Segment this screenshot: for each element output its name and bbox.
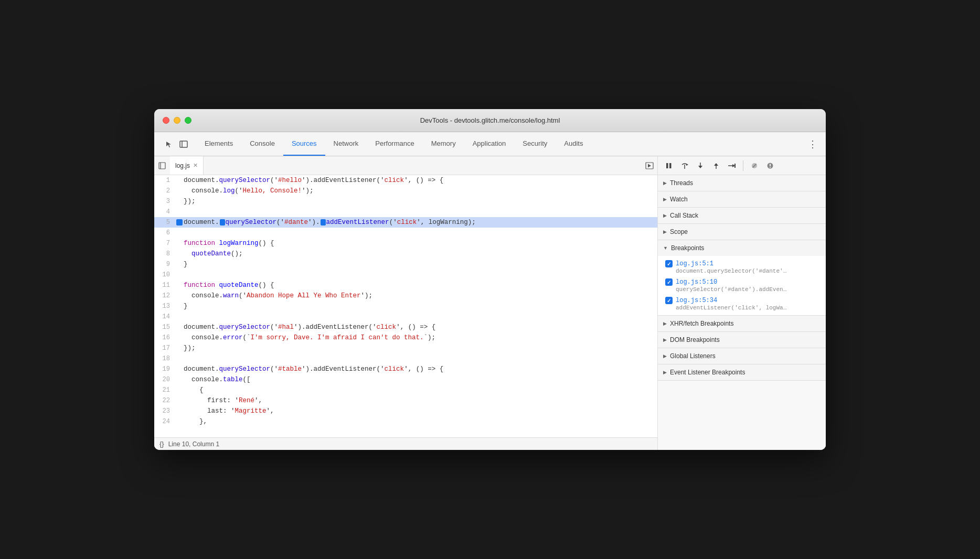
watch-chevron: ▶ <box>663 197 667 202</box>
breakpoint-checkbox-1[interactable] <box>665 260 673 267</box>
code-line-15: 15 document.querySelector('#hal').addEve… <box>154 322 657 332</box>
xhr-fetch-section: ▶ XHR/fetch Breakpoints <box>658 316 826 332</box>
tabs-more-button[interactable]: ⋮ <box>804 132 822 156</box>
run-snippets-icon[interactable] <box>644 160 655 171</box>
code-line-8: 8 quoteDante(); <box>154 249 657 259</box>
source-nav-icon[interactable] <box>156 160 168 171</box>
call-stack-header[interactable]: ▶ Call Stack <box>658 208 826 223</box>
source-file-tab[interactable]: log.js ✕ <box>170 156 204 175</box>
global-chevron: ▶ <box>663 353 667 359</box>
threads-header[interactable]: ▶ Threads <box>658 175 826 191</box>
tab-security[interactable]: Security <box>514 132 556 156</box>
event-chevron: ▶ <box>663 370 667 375</box>
window-controls <box>163 117 191 124</box>
svg-rect-7 <box>669 163 672 168</box>
svg-rect-0 <box>180 141 187 147</box>
tab-console[interactable]: Console <box>241 132 283 156</box>
dock-icon[interactable] <box>177 138 190 150</box>
title-bar: DevTools - devtools.glitch.me/console/lo… <box>154 109 826 132</box>
watch-header[interactable]: ▶ Watch <box>658 191 826 207</box>
step-into-button[interactable] <box>694 159 707 173</box>
code-line-14: 14 <box>154 311 657 322</box>
code-line-20: 20 console.table([ <box>154 374 657 385</box>
breakpoint-item-2: log.js:5:10 querySelector('#dante').addE… <box>658 276 826 295</box>
code-line-16: 16 console.error(`I'm sorry, Dave. I'm a… <box>154 332 657 343</box>
code-line-13: 13 } <box>154 301 657 311</box>
breakpoint-checkbox-2[interactable] <box>665 278 673 286</box>
code-line-4: 4 <box>154 207 657 217</box>
scope-section: ▶ Scope <box>658 224 826 240</box>
call-stack-chevron: ▶ <box>663 213 667 218</box>
breakpoint-checkbox-3[interactable] <box>665 297 673 304</box>
tab-audits[interactable]: Audits <box>556 132 591 156</box>
svg-marker-5 <box>648 164 651 167</box>
minimize-button[interactable] <box>174 117 180 124</box>
code-line-21: 21 { <box>154 385 657 395</box>
xhr-label: XHR/fetch Breakpoints <box>670 320 733 327</box>
call-stack-section: ▶ Call Stack <box>658 208 826 224</box>
main-content: log.js ✕ 1 document.querySelector('#hell… <box>154 156 826 450</box>
cursor-position: Line 10, Column 1 <box>168 440 219 448</box>
code-line-2: 2 console.log('Hello, Console!'); <box>154 186 657 196</box>
pause-button[interactable] <box>662 159 676 173</box>
global-listeners-section: ▶ Global Listeners <box>658 348 826 364</box>
tab-memory[interactable]: Memory <box>423 132 464 156</box>
code-line-22: 22 first: 'René', <box>154 395 657 406</box>
source-filename: log.js <box>175 162 190 169</box>
tab-network[interactable]: Network <box>325 132 367 156</box>
svg-rect-6 <box>666 163 668 168</box>
status-bar: {} Line 10, Column 1 <box>154 437 657 450</box>
code-line-19: 19 document.querySelector('#table').addE… <box>154 364 657 374</box>
close-tab-icon[interactable]: ✕ <box>193 162 198 169</box>
dom-breakpoints-header[interactable]: ▶ DOM Breakpoints <box>658 332 826 348</box>
debugger-toolbar <box>658 156 826 175</box>
close-button[interactable] <box>163 117 169 124</box>
step-button[interactable] <box>725 159 739 173</box>
format-icon[interactable]: {} <box>159 440 164 448</box>
maximize-button[interactable] <box>185 117 191 124</box>
scope-label: Scope <box>670 228 688 235</box>
svg-marker-13 <box>714 163 718 166</box>
svg-point-21 <box>770 167 771 168</box>
breakpoints-header[interactable]: ▼ Breakpoints <box>658 240 826 256</box>
xhr-fetch-header[interactable]: ▶ XHR/fetch Breakpoints <box>658 316 826 331</box>
source-panel: log.js ✕ 1 document.querySelector('#hell… <box>154 156 658 450</box>
svg-rect-20 <box>770 164 771 166</box>
deactivate-breakpoints-button[interactable] <box>748 159 761 173</box>
code-line-5: 5 document.querySelector('#dante').‍addE… <box>154 217 657 228</box>
tab-icon-group <box>158 132 194 156</box>
source-tabs-bar: log.js ✕ <box>154 156 657 175</box>
tab-application[interactable]: Application <box>464 132 515 156</box>
breakpoints-section: ▼ Breakpoints log.js:5:1 document.queryS… <box>658 240 826 316</box>
pause-on-exceptions-button[interactable] <box>763 159 777 173</box>
window-title: DevTools - devtools.glitch.me/console/lo… <box>420 116 560 124</box>
code-line-9: 9 } <box>154 259 657 270</box>
code-line-17: 17 }); <box>154 343 657 353</box>
code-line-12: 12 console.warn('Abandon Hope All Ye Who… <box>154 291 657 301</box>
code-editor[interactable]: 1 document.querySelector('#hello').addEv… <box>154 175 657 437</box>
breakpoint-code-3: addEventListener('click', logWa… <box>676 305 812 311</box>
devtools-window: DevTools - devtools.glitch.me/console/lo… <box>154 109 826 450</box>
breakpoint-item-1: log.js:5:1 document.querySelector('#dant… <box>658 258 826 276</box>
threads-label: Threads <box>670 179 693 187</box>
debug-separator <box>743 160 743 171</box>
tab-sources[interactable]: Sources <box>283 132 325 156</box>
breakpoint-item-3: log.js:5:34 addEventListener('click', lo… <box>658 295 826 313</box>
step-out-button[interactable] <box>709 159 723 173</box>
tab-performance[interactable]: Performance <box>367 132 422 156</box>
svg-marker-11 <box>698 166 702 168</box>
tab-elements[interactable]: Elements <box>196 132 241 156</box>
global-listeners-header[interactable]: ▶ Global Listeners <box>658 348 826 364</box>
code-line-10: 10 <box>154 270 657 280</box>
code-line-1: 1 document.querySelector('#hello').addEv… <box>154 175 657 186</box>
scope-chevron: ▶ <box>663 229 667 234</box>
right-panel: ▶ Threads ▶ Watch ▶ Call Stack <box>658 156 826 450</box>
dom-breakpoints-section: ▶ DOM Breakpoints <box>658 332 826 348</box>
cursor-icon[interactable] <box>163 138 175 150</box>
watch-label: Watch <box>670 196 688 203</box>
breakpoint-location-3: log.js:5:34 <box>676 297 717 304</box>
event-listener-header[interactable]: ▶ Event Listener Breakpoints <box>658 364 826 380</box>
threads-chevron: ▶ <box>663 180 667 186</box>
scope-header[interactable]: ▶ Scope <box>658 224 826 240</box>
step-over-button[interactable] <box>678 159 691 173</box>
